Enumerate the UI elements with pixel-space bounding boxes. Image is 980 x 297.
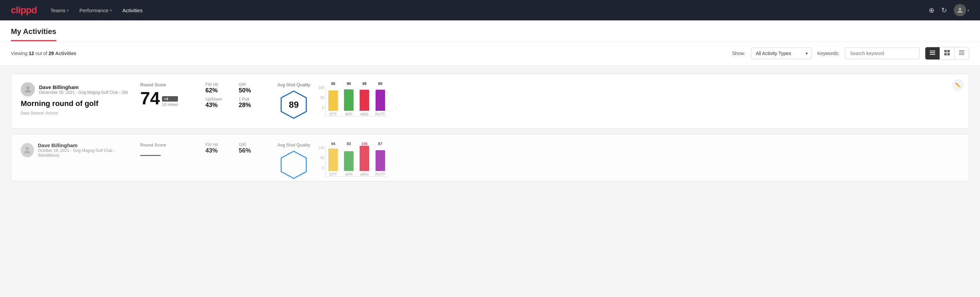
bar-axis-label: APP	[345, 172, 353, 176]
chart-y-axis: 100 50 0	[318, 86, 324, 110]
round-score-label: Round Score	[140, 82, 194, 87]
chevron-down-icon: ▾	[967, 8, 969, 12]
user-name: Dave Billingham	[39, 84, 128, 90]
svg-rect-4	[944, 50, 947, 52]
bar-container	[360, 147, 369, 171]
quality-label: Avg Shot Quality	[277, 142, 310, 147]
stat-value: 28%	[239, 102, 267, 109]
quality-section: Avg Shot Quality 100 50 0	[277, 142, 959, 180]
hexagon-wrapper: 89	[277, 89, 310, 120]
bar-axis-label: OTT	[329, 112, 337, 116]
stat-value: 50%	[239, 87, 267, 94]
chevron-icon: ▾	[110, 8, 112, 12]
bar-value: 89	[362, 81, 366, 86]
nav-item-activities[interactable]: Activities	[123, 8, 143, 13]
stat-value: 43%	[205, 102, 233, 109]
svg-marker-15	[281, 151, 306, 179]
stat-item: FW Hit 43%	[205, 142, 233, 154]
bar	[328, 90, 338, 111]
viewing-text: Viewing 12 out of 29 Activities	[11, 51, 725, 56]
big-score: 74	[140, 89, 160, 107]
bar-value: 87	[378, 142, 382, 146]
bar-value: 106	[361, 142, 368, 146]
page-title: My Activities	[11, 21, 56, 41]
stat-value: 62%	[205, 87, 233, 94]
bar-column: 106 ARG	[360, 142, 369, 176]
bar-column: 89 ARG	[360, 81, 369, 116]
hexagon-value: 89	[289, 99, 299, 110]
bar-column: 89 PUTT	[375, 81, 385, 116]
stats-section: FW Hit 62% GIR 50% Up/Down 43% 1 Putt 28…	[205, 82, 267, 109]
svg-rect-8	[959, 50, 964, 51]
refresh-icon[interactable]: ↻	[941, 6, 947, 14]
user-info: Dave Billingham October 16, 2021 - Gog M…	[38, 142, 129, 158]
round-score-section: Round Score 74 +4 18 Holes	[140, 82, 194, 107]
nav: Teams ▾ Performance ▾ Activities	[50, 8, 142, 13]
list-detail-view-button[interactable]	[955, 47, 969, 59]
bar-axis-label: PUTT	[375, 112, 385, 116]
nav-item-teams[interactable]: Teams ▾	[50, 8, 68, 13]
quality-left: Avg Shot Quality	[277, 142, 310, 180]
hexagon: 89	[278, 89, 309, 120]
nav-item-performance[interactable]: Performance ▾	[80, 8, 112, 13]
hexagon	[278, 150, 309, 180]
bar-container	[375, 87, 385, 111]
activity-card: Dave Billingham October 16, 2021 - Gog M…	[11, 134, 969, 182]
edit-button[interactable]: ✏️	[953, 80, 963, 90]
stat-label: GIR	[239, 82, 267, 87]
avatar-button[interactable]: ▾	[954, 4, 969, 16]
bar-chart: 100 50 0 94 OTT 83	[318, 146, 388, 177]
search-input[interactable]	[845, 48, 920, 59]
stat-label: FW Hit	[205, 142, 233, 147]
stat-item: GIR 50%	[239, 82, 267, 94]
bar-value: 94	[331, 142, 335, 146]
svg-rect-3	[930, 54, 935, 55]
avatar	[954, 4, 966, 16]
score-badge: +4	[162, 96, 178, 102]
user-date: December 05, 2021 - Gog Magog Golf Club …	[39, 90, 128, 95]
chart-y-axis: 100 50 0	[318, 146, 324, 170]
round-score-section: Round Score	[140, 142, 194, 156]
score-row	[140, 150, 194, 156]
bar-axis-label: PUTT	[375, 172, 385, 176]
bar-value: 90	[347, 81, 351, 86]
bar-column: 87 PUTT	[375, 142, 385, 176]
stat-item: FW Hit 62%	[205, 82, 233, 94]
add-icon[interactable]: ⊕	[929, 6, 934, 14]
svg-rect-9	[959, 52, 964, 52]
score-row: 74 +4 18 Holes	[140, 89, 194, 107]
bar-value: 85	[331, 81, 335, 86]
bar	[360, 90, 369, 111]
svg-rect-7	[947, 53, 950, 55]
stat-label: Up/Down	[205, 97, 233, 102]
stat-value: 56%	[239, 147, 267, 154]
filter-right: Show: All Activity Types Keywords:	[732, 47, 969, 60]
bar-container	[344, 87, 353, 111]
activity-type-select-wrapper: All Activity Types	[751, 48, 812, 59]
svg-rect-1	[930, 51, 935, 51]
bars-container: 94 OTT 83 APP	[325, 146, 388, 177]
logo[interactable]: clippd	[11, 5, 37, 16]
bar	[344, 151, 353, 171]
svg-rect-11	[959, 54, 964, 55]
stat-label: FW Hit	[205, 82, 233, 87]
viewing-count: 12	[29, 51, 34, 56]
bar-container	[328, 147, 338, 171]
user-date: October 16, 2021 - Gog Magog Golf Club -…	[38, 148, 129, 158]
bar-container	[375, 147, 385, 171]
header: clippd Teams ▾ Performance ▾ Activities …	[0, 0, 980, 21]
data-source: Data Source: Arccos	[21, 111, 129, 115]
svg-point-12	[26, 86, 29, 89]
keywords-label: Keywords:	[817, 51, 839, 56]
avatar	[21, 143, 34, 157]
list-compact-view-button[interactable]	[925, 47, 940, 59]
stat-label: 1 Putt	[239, 97, 267, 102]
filter-bar: Viewing 12 out of 29 Activities Show: Al…	[0, 42, 980, 65]
bar-chart: 100 50 0 85 OTT 90	[318, 86, 388, 117]
activity-type-select[interactable]: All Activity Types	[751, 48, 812, 59]
bar-column: 83 APP	[344, 142, 353, 176]
bar	[375, 90, 385, 111]
header-right: ⊕ ↻ ▾	[929, 4, 969, 16]
grid-view-button[interactable]	[940, 47, 955, 59]
show-label: Show:	[732, 51, 745, 56]
